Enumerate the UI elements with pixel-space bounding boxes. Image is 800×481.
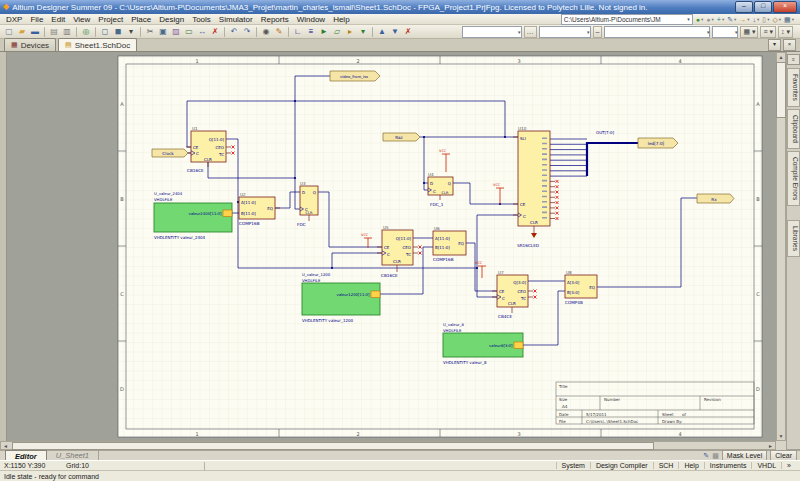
filter-combo-2[interactable] bbox=[539, 26, 591, 38]
horizontal-scrollbar[interactable]: ◄ ► bbox=[0, 441, 776, 450]
pause-icon[interactable]: ● bbox=[706, 15, 714, 24]
print-preview-icon[interactable]: ▥ bbox=[61, 26, 73, 38]
toolbar-separator[interactable] bbox=[140, 27, 141, 37]
menu-item[interactable]: Window bbox=[293, 15, 329, 24]
mask-grid-icon[interactable]: ▩ bbox=[712, 452, 719, 460]
place-port-icon[interactable]: ▸ bbox=[344, 26, 356, 38]
panel-button[interactable]: Instruments bbox=[704, 462, 752, 469]
vertical-scroll-thumb[interactable] bbox=[776, 62, 786, 118]
place-net-label-icon[interactable]: ▾ bbox=[357, 26, 369, 38]
scroll-left-icon[interactable]: ◄ bbox=[1, 442, 10, 450]
probe-icon[interactable]: ▼ bbox=[389, 26, 401, 38]
menu-item[interactable]: Simulator bbox=[215, 15, 257, 24]
toolbar-separator[interactable] bbox=[76, 27, 77, 37]
panel-button[interactable]: SCH bbox=[653, 462, 679, 469]
panel-button[interactable]: Design Compiler bbox=[590, 462, 653, 469]
paste-icon[interactable]: ▨ bbox=[170, 26, 182, 38]
left-panel-grip[interactable] bbox=[0, 52, 7, 441]
release-icon[interactable]: ▯ bbox=[762, 15, 769, 24]
right-panel-tab[interactable]: Libraries bbox=[787, 220, 800, 257]
project-path-combo[interactable]: C:\Users\Altium-P\Documents\JM bbox=[561, 14, 693, 25]
units-dropdown-button[interactable]: ↕ ▾ bbox=[778, 26, 793, 38]
toolbar-separator[interactable] bbox=[95, 27, 96, 37]
menu-item[interactable]: Help bbox=[329, 15, 353, 24]
sync-icon[interactable]: ● bbox=[696, 15, 704, 24]
error-marker-icon[interactable]: ✗ bbox=[402, 26, 414, 38]
schematic-canvas[interactable]: 1 2 3 4 1 2 3 4 A B C D A B C D bbox=[0, 52, 776, 441]
scroll-down-icon[interactable]: ▼ bbox=[777, 432, 786, 440]
panel-button[interactable]: VHDL bbox=[751, 462, 781, 469]
simulate-icon[interactable]: ▲ bbox=[376, 26, 388, 38]
toolbar-separator[interactable] bbox=[44, 27, 45, 37]
toolbar-separator[interactable] bbox=[256, 27, 257, 37]
place-wire-icon[interactable]: ∟ bbox=[292, 26, 304, 38]
clear-filter-icon[interactable]: ✗ bbox=[209, 26, 221, 38]
close-button[interactable]: × bbox=[773, 1, 797, 13]
place-sheet-symbol-icon[interactable]: ▱ bbox=[331, 26, 343, 38]
open-document-icon[interactable]: ▰ bbox=[16, 26, 28, 38]
move-icon[interactable]: ↔ bbox=[196, 26, 208, 38]
maximize-button[interactable]: □ bbox=[754, 1, 772, 13]
cross-probe-icon[interactable]: + bbox=[717, 15, 724, 24]
grid-dropdown-button[interactable]: ▦ ▾ bbox=[740, 26, 758, 38]
device-view-icon[interactable]: ◎ bbox=[80, 26, 92, 38]
menu-item[interactable]: DXP bbox=[2, 15, 26, 24]
port-led[interactable]: led[7:0] bbox=[638, 138, 678, 148]
download-icon[interactable]: ↓ bbox=[753, 15, 760, 24]
scroll-right-icon[interactable]: ► bbox=[766, 442, 775, 450]
edit-icon[interactable]: ✎ bbox=[273, 26, 285, 38]
print-icon[interactable]: ▤ bbox=[48, 26, 60, 38]
right-panel-tab[interactable]: Favorites bbox=[787, 68, 800, 107]
find-text-icon[interactable]: ◉ bbox=[260, 26, 272, 38]
place-part-icon[interactable]: ► bbox=[318, 26, 330, 38]
zoom-window-icon[interactable]: ◻ bbox=[99, 26, 111, 38]
panel-button[interactable]: System bbox=[556, 462, 590, 469]
mask-pencil-icon[interactable]: ✎ bbox=[703, 452, 709, 460]
tab-sheet1-schdoc[interactable]: ▤ Sheet1.SchDoc bbox=[58, 38, 137, 51]
toolbar-separator[interactable] bbox=[288, 27, 289, 37]
menu-item[interactable]: Reports bbox=[257, 15, 293, 24]
panel-button[interactable]: Help bbox=[678, 462, 703, 469]
menu-item[interactable]: File bbox=[26, 15, 47, 24]
menu-item[interactable]: Place bbox=[127, 15, 155, 24]
menu-item[interactable]: Project bbox=[94, 15, 127, 24]
undo-icon[interactable]: ↶ bbox=[228, 26, 240, 38]
ellipsis-button[interactable]: … bbox=[524, 26, 537, 38]
close-document-icon[interactable]: × bbox=[783, 39, 796, 51]
zoom-document-icon[interactable]: ◼ bbox=[112, 26, 124, 38]
forward-icon[interactable]: → bbox=[739, 15, 749, 24]
port-clock[interactable]: Clock bbox=[152, 149, 188, 157]
right-panel-tab[interactable]: Compile Errors bbox=[787, 151, 800, 206]
panel-grip-icon[interactable]: ≡ bbox=[787, 54, 800, 65]
tab-devices[interactable]: ▦ Devices bbox=[4, 38, 56, 51]
compare-icon[interactable]: ◇ bbox=[772, 15, 781, 24]
snap-dropdown-button[interactable]: ≡ ▾ bbox=[760, 26, 776, 38]
port-raz[interactable]: Raz bbox=[383, 133, 420, 141]
save-icon[interactable]: ▬ bbox=[29, 26, 41, 38]
minimize-button[interactable]: – bbox=[735, 1, 753, 13]
menu-item[interactable]: Edit bbox=[47, 15, 69, 24]
tab-u-sheet1[interactable]: U_Sheet1 bbox=[47, 451, 99, 461]
select-area-icon[interactable]: ▭ bbox=[183, 26, 195, 38]
annotate-icon[interactable]: ✎ bbox=[727, 15, 736, 24]
cut-icon[interactable]: ✂ bbox=[144, 26, 156, 38]
redo-icon[interactable]: ↷ bbox=[241, 26, 253, 38]
zoom-dropdown-icon[interactable]: ▾ bbox=[125, 26, 137, 38]
menu-item[interactable]: Design bbox=[155, 15, 188, 24]
menu-item[interactable]: Tools bbox=[188, 15, 215, 24]
dash-button[interactable]: – bbox=[593, 26, 603, 38]
horizontal-scroll-thumb[interactable] bbox=[12, 442, 654, 450]
place-bus-icon[interactable]: ≡ bbox=[305, 26, 317, 38]
scale-combo[interactable] bbox=[712, 26, 738, 38]
bus-net-label[interactable]: OUT[7:0] bbox=[596, 130, 615, 135]
new-document-icon[interactable]: ▢ bbox=[3, 26, 15, 38]
port-video-from-iss[interactable]: video_from_iss bbox=[330, 71, 380, 81]
scroll-up-icon[interactable]: ▲ bbox=[777, 53, 786, 61]
vertical-scrollbar[interactable]: ▲ ▼ bbox=[776, 52, 786, 441]
menu-item[interactable]: View bbox=[69, 15, 94, 24]
port-rx[interactable]: Rx bbox=[697, 194, 734, 203]
panel-button[interactable]: » bbox=[781, 462, 796, 469]
toolbar-separator[interactable] bbox=[224, 27, 225, 37]
window-list-icon[interactable]: ▾ bbox=[768, 39, 781, 51]
grid-icon[interactable]: ▦ bbox=[784, 15, 794, 24]
